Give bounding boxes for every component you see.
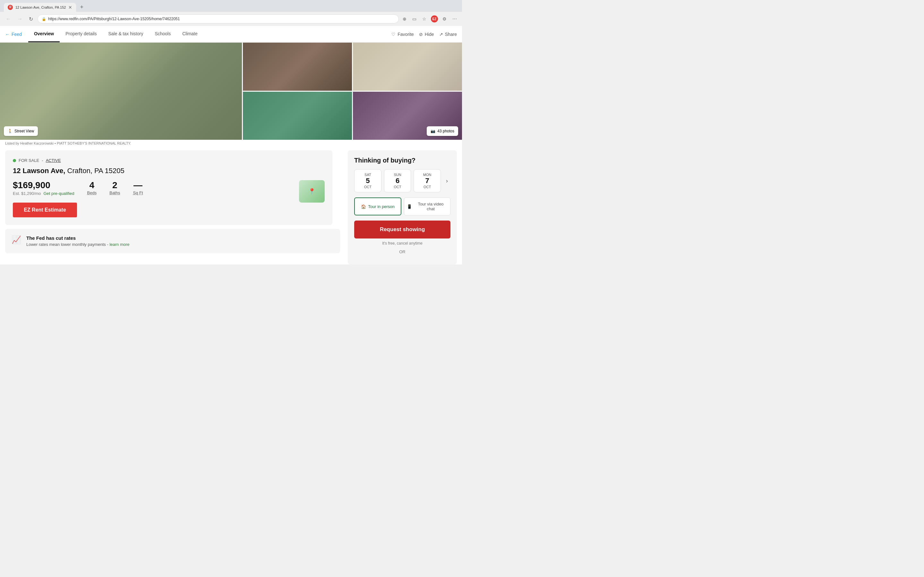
or-divider: OR bbox=[354, 250, 451, 254]
fed-chart-icon: 📈 bbox=[11, 235, 21, 244]
tab-overview[interactable]: Overview bbox=[28, 26, 60, 42]
beds-stat: 4 Beds bbox=[87, 180, 97, 195]
new-tab-button[interactable]: + bbox=[78, 3, 86, 12]
tab-close-button[interactable]: ✕ bbox=[68, 5, 72, 10]
map-pin-icon: 📍 bbox=[309, 188, 315, 195]
forward-button[interactable]: → bbox=[15, 15, 24, 23]
fed-rates-description: Lower rates mean lower monthly payments … bbox=[26, 242, 129, 247]
tab-title: 12 Lawson Ave, Crafton, PA 152 bbox=[15, 5, 66, 9]
camera-icon: 📷 bbox=[431, 129, 435, 133]
lock-icon: 🔒 bbox=[42, 17, 46, 21]
nav-bar: ← Feed Overview Property details Sale & … bbox=[0, 26, 462, 43]
property-info-card: FOR SALE - ACTIVE 12 Lawson Ave, Crafton… bbox=[5, 150, 333, 225]
tour-in-person-button[interactable]: 🏠 Tour in person bbox=[354, 197, 401, 215]
feed-label: Feed bbox=[11, 32, 22, 37]
for-sale-text: FOR SALE bbox=[19, 158, 39, 163]
date-sun-6[interactable]: SUN 6 OCT bbox=[384, 169, 411, 192]
tour-options: 🏠 Tour in person 📱 Tour via video chat bbox=[354, 197, 451, 215]
photo-bottom-right-1[interactable] bbox=[243, 92, 352, 140]
tab-schools[interactable]: Schools bbox=[149, 26, 176, 42]
thinking-title: Thinking of buying? bbox=[354, 157, 451, 164]
menu-button[interactable]: ⋯ bbox=[451, 15, 458, 23]
sqft-label: Sq Ft bbox=[133, 190, 143, 195]
listed-by: Listed by Heather Kaczorowski • PIATT SO… bbox=[0, 139, 462, 148]
get-prequalified-link[interactable]: Get pre-qualified bbox=[43, 191, 74, 196]
ez-profile-badge[interactable]: EZ bbox=[431, 15, 438, 23]
fed-rates-title: The Fed has cut rates bbox=[26, 235, 129, 241]
feed-nav-link[interactable]: ← Feed bbox=[5, 32, 22, 37]
translate-button[interactable]: ⊕ bbox=[401, 15, 408, 23]
tab-favicon: R bbox=[8, 5, 13, 10]
back-arrow-icon: ← bbox=[5, 32, 10, 37]
photo-top-right-1[interactable] bbox=[243, 43, 352, 91]
map-thumbnail[interactable]: 📍 bbox=[299, 180, 325, 203]
free-cancel-text: It's free, cancel anytime bbox=[354, 241, 451, 245]
settings-button[interactable]: ⚙ bbox=[441, 15, 448, 23]
hide-icon: ⊘ bbox=[419, 32, 423, 37]
cast-button[interactable]: ▭ bbox=[411, 15, 418, 23]
property-address: 12 Lawson Ave, Crafton, PA 15205 bbox=[13, 167, 325, 175]
person-icon: 🚶 bbox=[8, 129, 13, 133]
back-button[interactable]: ← bbox=[4, 15, 13, 23]
phone-icon: 📱 bbox=[407, 204, 412, 209]
main-photo[interactable]: 🚶 Street View bbox=[0, 43, 242, 140]
url-text: https://www.redfin.com/PA/Pittsburgh/12-… bbox=[48, 17, 180, 21]
baths-label: Baths bbox=[110, 190, 120, 195]
baths-value: 2 bbox=[110, 180, 120, 190]
photo-bottom-right-2[interactable]: 📷 43 photos bbox=[353, 92, 462, 140]
sqft-value: — bbox=[133, 180, 143, 190]
baths-stat: 2 Baths bbox=[110, 180, 120, 195]
fed-rates-card: 📈 The Fed has cut rates Lower rates mean… bbox=[5, 229, 340, 253]
share-button[interactable]: ↗ Share bbox=[439, 32, 457, 37]
all-photos-button[interactable]: 📷 43 photos bbox=[427, 126, 458, 136]
nav-actions: ♡ Favorite ⊘ Hide ↗ Share bbox=[391, 32, 457, 37]
refresh-button[interactable]: ↻ bbox=[27, 15, 35, 23]
request-showing-button[interactable]: Request showing bbox=[354, 221, 451, 239]
heart-icon: ♡ bbox=[391, 32, 396, 37]
status-dot bbox=[13, 159, 16, 162]
nav-tabs: Overview Property details Sale & tax his… bbox=[28, 26, 391, 42]
sqft-stat: — Sq Ft bbox=[133, 180, 143, 195]
share-icon: ↗ bbox=[439, 32, 443, 37]
price-block: $169,900 Est. $1,290/mo Get pre-qualifie… bbox=[13, 180, 74, 196]
date-sat-5[interactable]: SAT 5 OCT bbox=[354, 169, 381, 192]
for-sale-badge: FOR SALE - ACTIVE bbox=[13, 158, 325, 163]
tab-property-details[interactable]: Property details bbox=[60, 26, 102, 42]
tab-climate[interactable]: Climate bbox=[176, 26, 203, 42]
learn-more-link[interactable]: learn more bbox=[110, 242, 129, 247]
address-bar[interactable]: 🔒 https://www.redfin.com/PA/Pittsburgh/1… bbox=[37, 15, 399, 23]
browser-tab[interactable]: R 12 Lawson Ave, Crafton, PA 152 ✕ bbox=[4, 3, 76, 12]
price-sub: Est. $1,290/mo Get pre-qualified bbox=[13, 191, 74, 196]
beds-label: Beds bbox=[87, 190, 97, 195]
date-selector: SAT 5 OCT SUN 6 OCT MON 7 OCT › bbox=[354, 169, 451, 192]
photo-top-right-2[interactable] bbox=[353, 43, 462, 91]
tour-video-chat-button[interactable]: 📱 Tour via video chat bbox=[404, 197, 451, 215]
main-content: FOR SALE - ACTIVE 12 Lawson Ave, Crafton… bbox=[0, 150, 462, 264]
price: $169,900 bbox=[13, 180, 74, 190]
hide-button[interactable]: ⊘ Hide bbox=[419, 32, 434, 37]
status-suffix: - bbox=[42, 158, 43, 163]
active-status-link[interactable]: ACTIVE bbox=[46, 158, 61, 163]
beds-value: 4 bbox=[87, 180, 97, 190]
sidebar: Thinking of buying? SAT 5 OCT SUN 6 OCT … bbox=[348, 150, 457, 264]
thinking-of-buying-card: Thinking of buying? SAT 5 OCT SUN 6 OCT … bbox=[348, 150, 457, 264]
ez-rent-estimate-button[interactable]: EZ Rent Estimate bbox=[13, 203, 77, 218]
bookmark-button[interactable]: ☆ bbox=[421, 15, 428, 23]
date-mon-7[interactable]: MON 7 OCT bbox=[414, 169, 441, 192]
photo-grid: 🚶 Street View 📷 43 photos bbox=[0, 43, 462, 139]
property-stats: $169,900 Est. $1,290/mo Get pre-qualifie… bbox=[13, 180, 143, 196]
house-icon: 🏠 bbox=[361, 204, 366, 209]
street-view-button[interactable]: 🚶 Street View bbox=[4, 126, 38, 136]
date-next-button[interactable]: › bbox=[443, 175, 451, 187]
tab-sale-tax-history[interactable]: Sale & tax history bbox=[102, 26, 149, 42]
favorite-button[interactable]: ♡ Favorite bbox=[391, 32, 414, 37]
